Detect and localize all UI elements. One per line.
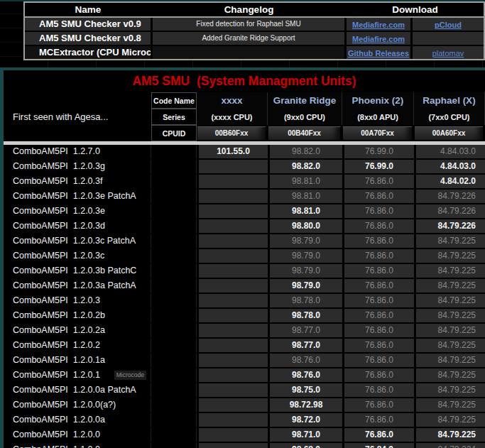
smu-version-cell-xxxx [197,339,268,352]
smu-version-cell-phoenix: 76.86.0 [342,428,414,442]
download-link-cell: Mediafire.com [347,18,413,31]
smu-version-cell-granite-ridge: 98.77.0 [268,339,342,352]
smu-table-row: ComboAM5PI 1.2.0.3b PatchC 98.79.0 76.86… [4,264,485,279]
changelog-text: Fixed detection for Raphael SMU [153,18,347,31]
agesa-version-label: ComboAM5PI 1.2.0.1a [13,354,105,367]
row-spacer-cell [151,279,197,293]
smu-version-cell-granite-ridge: 98.79.0 [268,234,342,248]
smu-version-cell-raphael: 84.79.225 [414,383,485,397]
smu-version-cell-raphael: 84.79.225 [414,398,485,412]
smu-version-cell-xxxx [197,264,268,278]
agesa-version-cell: ComboAM5PI 1.2.0.3c PatchA [4,234,151,248]
agesa-version-label: ComboAM5PI 1.2.0.3c PatchA [13,234,136,248]
agesa-version-cell: ComboAM5PI 1.2.7.0 [4,145,151,158]
smu-version-cell-xxxx [197,249,268,263]
smu-version-cell-xxxx [197,383,268,397]
smu-version-cell-granite-ridge: 98.71.0 [268,428,342,442]
smu-table-row: ComboAM5PI 1.2.7.0 101.55.0 98.82.0 76.9… [4,145,485,160]
smu-version-cell-phoenix: 76.86.0 [342,398,414,412]
pcloud-link[interactable]: pCloud [435,21,462,29]
top-border-line [0,0,485,1]
smu-version-cell-phoenix: 76.86.0 [342,190,414,203]
smu-header: First seen with Agesa... Code Name xxxx … [4,92,485,141]
smu-version-cell-phoenix: 76.86.0 [342,279,414,293]
smu-version-cell-xxxx [197,190,268,203]
column-header-xxxx: xxxx [197,92,268,109]
row-spacer-cell [151,264,197,278]
row-spacer-cell [151,428,197,442]
smu-table-row: ComboAM5PI 1.2.0.1 Microcode 98.76.0 76.… [4,368,485,383]
agesa-version-label: ComboAM5PI 1.2.0.3d [13,219,105,233]
agesa-version-cell: ComboAM5PI 1.2.0.0 [4,428,151,442]
cpuid-row-label: CPUID [151,125,197,141]
agesa-version-label: ComboAM5PI 1.2.0.3a PatchA [13,279,136,293]
smu-table-row: ComboAM5PI 1.2.0.3c 98.79.0 76.86.0 84.7… [4,249,485,264]
smu-table-row: ComboAM5PI 1.2.0.2 98.77.0 76.86.0 84.79… [4,339,485,354]
row-spacer-cell [151,249,197,263]
downloads-header-download: Download [347,3,484,16]
smu-version-cell-phoenix: 76.86.0 [342,204,414,218]
smu-table-row: ComboAM5PI 1.2.0.0a PatchA 98.75.0 76.86… [4,383,485,398]
smu-version-cell-phoenix: 76.86.0 [342,368,414,382]
smu-version-cell-phoenix: 76.86.0 [342,294,414,307]
agesa-version-label: ComboAM5PI 1.2.0.2 [13,339,100,352]
agesa-version-label: ComboAM5PI 1.2.0.3f [13,175,102,188]
smu-version-cell-phoenix: 76.86.0 [342,354,414,367]
smu-table-row: ComboAM5PI 1.2.0.0 98.71.0 76.86.0 84.79… [4,428,485,443]
smu-version-cell-xxxx [197,368,268,382]
github-releases-link[interactable]: Github Releases [348,49,409,58]
smu-version-cell-granite-ridge: 98.82.0 [268,145,342,158]
smu-version-cell-raphael: 84.79.225 [414,234,485,248]
row-spacer-cell [151,160,197,173]
smu-version-cell-phoenix: 76.86.0 [342,219,414,233]
mediafire-link[interactable]: Mediafire.com [352,21,405,29]
smu-version-cell-raphael: 84.79.225 [414,354,485,367]
agesa-version-cell: ComboAM5PI 1.2.0.2 [4,339,151,352]
column-header-granite-ridge: Granite Ridge [268,92,342,109]
download-link-cell: Github Releases [347,46,413,59]
smu-version-cell-granite-ridge: 98.79.0 [268,249,342,263]
smu-version-cell-raphael: 84.79.225 [414,324,485,337]
agesa-version-cell: ComboAM5PI 1.2.0.3c [4,249,151,263]
changelog-text: Added Granite Ridge Support [153,32,347,45]
smu-version-cell-xxxx [197,219,268,233]
smu-version-cell-phoenix: 76.86.0 [342,339,414,352]
smu-table-row: ComboAM5PI 1.2.0.0a 98.72.0 76.86.0 84.7… [4,413,485,428]
agesa-version-label: ComboAM5PI 1.2.0.2b [13,309,105,322]
row-spacer-cell [151,383,197,397]
agesa-version-label: ComboAM5PI 1.2.0.3 [13,294,100,307]
row-spacer-cell [151,175,197,188]
downloads-table: Name Changelog Download AM5 SMU Checker … [23,1,485,60]
smu-table-row: ComboAM5PI 1.2.0.3e 98.81.0 76.86.0 84.7… [4,204,485,219]
smu-version-cell-phoenix: 76.86.0 [342,309,414,322]
row-spacer-cell [151,309,197,322]
tool-name: AM5 SMU Checker v0.9 [25,18,153,31]
smu-table-row: ComboAM5PI 1.2.0.1a 98.76.0 76.86.0 84.7… [4,354,485,368]
smu-version-cell-raphael: 4.84.03.0 [414,145,485,158]
smu-version-cell-granite-ridge: 98.79.0 [268,264,342,278]
agesa-version-label: ComboAM5PI 1.2.0.2a [13,324,105,337]
agesa-version-cell: ComboAM5PI 1.2.0.0(a?) [4,398,151,412]
agesa-version-cell: ComboAM5PI 1.2.0.3b PatchC [4,264,151,278]
row-spacer-cell [151,234,197,248]
smu-version-cell-phoenix: 76.99.0 [342,160,414,173]
agesa-version-cell: ComboAM5PI 1.1.0.0 [4,443,151,448]
platomav-link[interactable]: platomav [432,49,464,58]
series-value: (7xx0 CPU) [414,109,485,125]
smu-table-row: ComboAM5PI 1.2.0.3f 98.81.0 76.86.0 4.84… [4,175,485,190]
smu-table-row: ComboAM5PI 1.1.0.0 98.68.0 76.84.0 84.79… [4,443,485,448]
download-row: MCExtractor (CPU Microcode) Github Relea… [25,46,484,59]
download-row: AM5 SMU Checker v0.8 Added Granite Ridge… [25,32,484,46]
smu-version-cell-granite-ridge: 98.81.0 [268,190,342,203]
mediafire-link[interactable]: Mediafire.com [352,35,405,43]
smu-table-row: ComboAM5PI 1.2.0.3c PatchA 98.79.0 76.86… [4,234,485,249]
smu-version-cell-xxxx [197,354,268,367]
column-header-phoenix: Phoenix (2) [342,92,414,109]
smu-section: AM5 SMU (System Managment Units) First s… [0,67,485,448]
smu-version-cell-raphael: 84.79.225 [414,368,485,382]
smu-version-cell-phoenix: 76.86.0 [342,413,414,427]
smu-version-cell-phoenix: 76.86.0 [342,175,414,188]
smu-version-cell-granite-ridge: 98.72.0 [268,413,342,427]
agesa-version-label: ComboAM5PI 1.2.7.0 [13,145,100,158]
agesa-version-cell: ComboAM5PI 1.2.0.3e PatchA [4,190,151,203]
